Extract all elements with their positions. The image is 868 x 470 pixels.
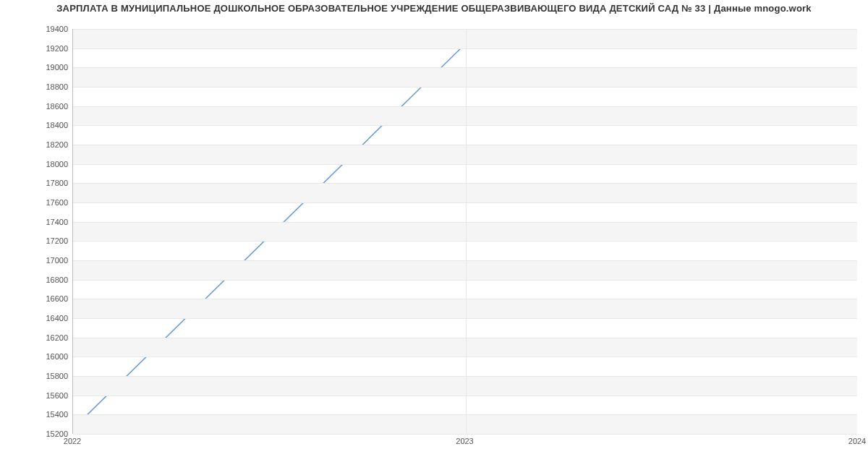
- y-tick-label: 16800: [25, 275, 68, 284]
- y-tick-label: 16000: [25, 352, 68, 361]
- y-tick-label: 18200: [25, 140, 68, 149]
- plot-area: [72, 29, 857, 434]
- y-tick-label: 19200: [25, 44, 68, 53]
- y-tick-label: 19000: [25, 63, 68, 72]
- y-tick-label: 18600: [25, 102, 68, 111]
- x-tick-label: 2022: [64, 437, 81, 445]
- y-tick-label: 15600: [25, 391, 68, 400]
- y-tick-label: 19400: [25, 25, 68, 33]
- gridline-vertical: [466, 29, 467, 433]
- y-tick-label: 16200: [25, 333, 68, 342]
- y-tick-label: 15400: [25, 410, 68, 419]
- chart-container: ЗАРПЛАТА В МУНИЦИПАЛЬНОЕ ДОШКОЛЬНОЕ ОБРА…: [0, 0, 868, 470]
- y-tick-label: 17600: [25, 198, 68, 207]
- y-tick-label: 16400: [25, 314, 68, 322]
- gridline-horizontal: [73, 434, 857, 435]
- y-tick-label: 16600: [25, 294, 68, 303]
- y-tick-label: 18000: [25, 160, 68, 168]
- y-tick-label: 18400: [25, 121, 68, 129]
- x-tick-label: 2024: [848, 437, 866, 445]
- chart-title: ЗАРПЛАТА В МУНИЦИПАЛЬНОЕ ДОШКОЛЬНОЕ ОБРА…: [0, 3, 868, 14]
- y-tick-label: 17800: [25, 179, 68, 187]
- y-tick-label: 17400: [25, 218, 68, 226]
- y-tick-label: 15800: [25, 372, 68, 380]
- y-tick-label: 18800: [25, 82, 68, 91]
- y-tick-label: 17200: [25, 236, 68, 245]
- y-tick-label: 17000: [25, 256, 68, 265]
- x-tick-label: 2023: [456, 437, 473, 445]
- y-tick-label: 15200: [25, 430, 68, 438]
